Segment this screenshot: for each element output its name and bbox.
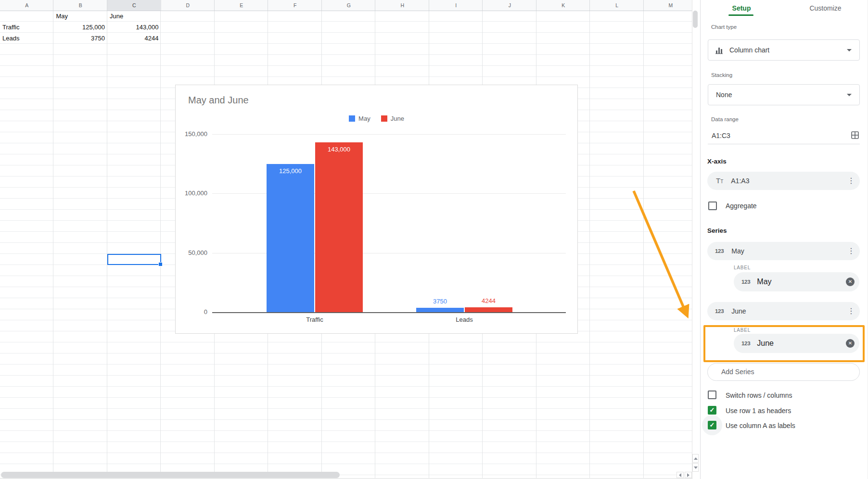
column-header-K[interactable]: K (536, 0, 590, 11)
x-axis-category-label: Traffic (286, 316, 344, 323)
chart-type-dropdown[interactable]: Column chart (708, 39, 860, 61)
embedded-chart[interactable]: 150,000100,00050,0000125,000143,000Traff… (175, 85, 578, 334)
cell-B2[interactable]: 125,000 (54, 22, 108, 33)
cell-C3[interactable]: 4244 (107, 33, 161, 44)
number-type-icon: 123 (741, 279, 750, 285)
cell-B1[interactable]: May (54, 11, 108, 22)
remove-label-icon[interactable]: ✕ (846, 339, 855, 348)
y-axis-tick-label: 150,000 (176, 130, 207, 138)
chart-type-value: Column chart (729, 46, 769, 54)
tab-setup[interactable]: Setup (701, 2, 782, 14)
scroll-up-button[interactable] (692, 454, 699, 463)
column-header-I[interactable]: I (429, 0, 483, 11)
vertical-scrollbar-thumb[interactable] (693, 11, 698, 28)
series-label-caption: LABEL (734, 265, 751, 270)
use-columnA-labels-checkbox[interactable]: ✓ (708, 421, 716, 429)
triangle-down-icon (694, 466, 698, 469)
series-label-pill-may[interactable]: 123 May ✕ (734, 272, 859, 291)
x-axis-category-label: Leads (435, 316, 493, 323)
text-type-icon: TT (716, 176, 723, 185)
use-row1-headers-checkbox[interactable]: ✓ (708, 406, 716, 415)
chart-gridline (212, 253, 566, 253)
data-range-label: Data range (711, 116, 739, 122)
bar-value-label: 4244 (465, 297, 512, 304)
stacking-value: None (716, 91, 732, 99)
cell-A2[interactable]: Traffic (0, 22, 54, 33)
chevron-down-icon (847, 49, 852, 51)
column-header-J[interactable]: J (483, 0, 537, 11)
column-header-L[interactable]: L (590, 0, 644, 11)
bar-value-label: 125,000 (267, 167, 314, 175)
kebab-menu-icon[interactable]: ⋮ (847, 307, 855, 315)
legend-item-may: May (349, 115, 370, 122)
column-header-G[interactable]: G (322, 0, 376, 11)
column-header-A[interactable]: A (0, 0, 54, 11)
add-series-button[interactable]: Add Series (707, 363, 860, 381)
kebab-menu-icon[interactable]: ⋮ (847, 247, 855, 255)
cell-C2[interactable]: 143,000 (107, 22, 161, 33)
chart-title: May and June (188, 95, 249, 106)
google-sheets-chart-editor: ABCDEFGHIJKLM MayJuneTraffic125,000143,0… (0, 0, 868, 479)
legend-swatch (381, 115, 387, 122)
bar-may-traffic (267, 164, 314, 312)
bar-june-leads (465, 307, 512, 312)
scroll-right-button[interactable] (685, 472, 692, 478)
series-label-caption: LABEL (734, 328, 751, 333)
series-name: May (731, 247, 744, 255)
scroll-left-button[interactable] (677, 472, 684, 478)
bar-value-label: 143,000 (315, 146, 363, 153)
legend-swatch (349, 115, 355, 122)
tab-customize[interactable]: Customize (782, 2, 868, 14)
series-pill-june[interactable]: 123 June ⋮ (707, 302, 860, 320)
cell-A3[interactable]: Leads (0, 33, 54, 44)
y-axis-tick-label: 0 (176, 308, 207, 315)
triangle-up-icon (694, 457, 698, 460)
chart-type-label: Chart type (711, 24, 737, 30)
vertical-scrollbar-track (692, 0, 699, 479)
select-data-range-icon[interactable] (851, 131, 859, 139)
y-axis-tick-label: 50,000 (176, 249, 207, 256)
column-header-C[interactable]: C (107, 0, 161, 11)
aggregate-checkbox[interactable] (708, 202, 717, 210)
column-header-E[interactable]: E (215, 0, 268, 11)
fill-handle[interactable] (158, 262, 163, 266)
selected-cell (107, 254, 161, 265)
legend-item-june: June (381, 115, 404, 122)
series-label-pill-june[interactable]: 123 June ✕ (734, 334, 859, 353)
column-header-D[interactable]: D (161, 0, 215, 11)
series-heading: Series (707, 227, 727, 234)
stacking-label: Stacking (711, 72, 732, 78)
number-type-icon: 123 (715, 308, 724, 314)
chart-editor-panel: Setup Customize Chart type Column chart … (700, 0, 868, 479)
cell-C1[interactable]: June (107, 11, 161, 22)
number-type-icon: 123 (715, 248, 724, 254)
column-header-F[interactable]: F (268, 0, 322, 11)
x-axis-line (212, 312, 566, 313)
scroll-down-button[interactable] (692, 463, 699, 472)
switch-rows-columns-label: Switch rows / columns (726, 391, 792, 399)
column-header-H[interactable]: H (376, 0, 430, 11)
chart-gridline (212, 134, 566, 135)
triangle-right-icon (687, 473, 689, 477)
chart-legend: MayJune (176, 115, 577, 122)
chart-gridline (212, 193, 566, 194)
spreadsheet-grid[interactable]: ABCDEFGHIJKLM MayJuneTraffic125,000143,0… (0, 0, 693, 479)
series-pill-may[interactable]: 123 May ⋮ (707, 242, 860, 260)
horizontal-scrollbar-thumb[interactable] (1, 472, 340, 478)
x-axis-range-value: A1:A3 (731, 177, 749, 185)
data-range-underline (708, 144, 860, 144)
chart-plot-area: 150,000100,00050,0000125,000143,000Traff… (176, 85, 577, 333)
switch-rows-columns-checkbox[interactable] (708, 391, 716, 399)
column-header-M[interactable]: M (644, 0, 698, 11)
cell-B3[interactable]: 3750 (54, 33, 108, 44)
x-axis-heading: X-axis (707, 158, 727, 165)
stacking-dropdown[interactable]: None (708, 84, 860, 105)
number-type-icon: 123 (741, 340, 750, 346)
chevron-down-icon (847, 94, 852, 96)
column-header-B[interactable]: B (54, 0, 108, 11)
remove-label-icon[interactable]: ✕ (846, 277, 855, 286)
active-tab-underline (728, 14, 753, 16)
series-label-value: May (757, 277, 771, 286)
kebab-menu-icon[interactable]: ⋮ (847, 177, 855, 185)
x-axis-range-pill[interactable]: TT A1:A3 ⋮ (707, 172, 860, 190)
